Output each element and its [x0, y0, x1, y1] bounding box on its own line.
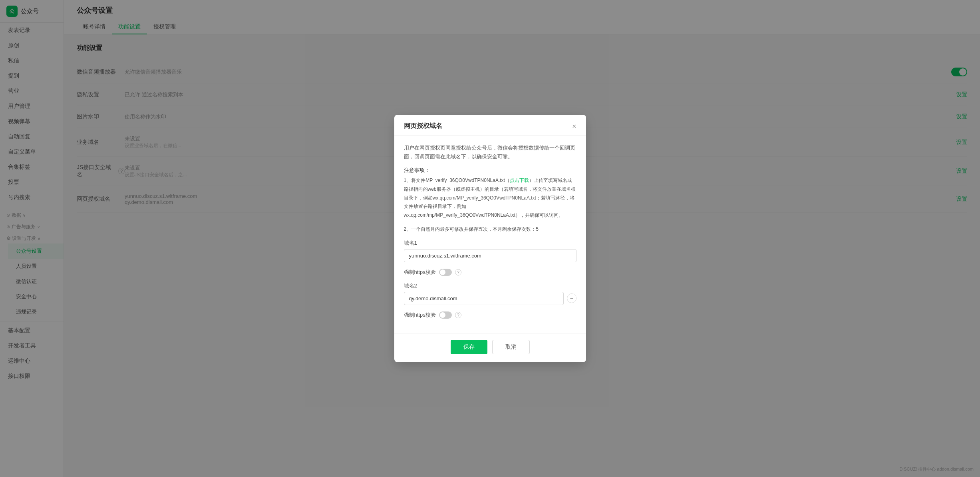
domain2-row: −	[404, 292, 576, 305]
https2-field: 强制https校验 ?	[404, 311, 576, 319]
https1-help-icon[interactable]: ?	[455, 269, 461, 275]
download-link[interactable]: 点击下载	[510, 178, 529, 183]
domain1-input[interactable]	[404, 249, 576, 262]
modal-overlay[interactable]: 网页授权域名 × 用户在网页授权页同意授权给公众号后，微信会将授权数据传给一个回…	[0, 0, 980, 477]
domain1-row	[404, 249, 576, 262]
domain2-label: 域名2	[404, 282, 576, 289]
modal-footer: 保存 取消	[394, 333, 586, 362]
domain2-input[interactable]	[404, 292, 564, 305]
cancel-button[interactable]: 取消	[492, 340, 530, 354]
modal-note-2: 2、一个自然月内最多可修改并保存五次，本月剩余保存次数：5	[404, 225, 576, 234]
https2-toggle[interactable]	[439, 311, 452, 319]
domain2-remove-button[interactable]: −	[567, 293, 576, 303]
https2-help-icon[interactable]: ?	[455, 312, 461, 318]
modal-desc: 用户在网页授权页同意授权给公众号后，微信会将授权数据传给一个回调页面，回调页面需…	[404, 144, 576, 161]
domain1-label: 域名1	[404, 239, 576, 247]
https2-row: 强制https校验 ?	[404, 311, 576, 319]
https1-field: 强制https校验 ?	[404, 269, 576, 276]
modal-header: 网页授权域名 ×	[394, 115, 586, 136]
modal-close-button[interactable]: ×	[572, 123, 576, 130]
domain2-field: 域名2 −	[404, 282, 576, 305]
modal: 网页授权域名 × 用户在网页授权页同意授权给公众号后，微信会将授权数据传给一个回…	[394, 115, 586, 362]
https2-label: 强制https校验	[404, 311, 436, 319]
save-button[interactable]: 保存	[451, 340, 487, 354]
https1-row: 强制https校验 ?	[404, 269, 576, 276]
modal-note-1: 1、将文件MP_verify_36QO0VwdTPN0NLaA.txt（点击下载…	[404, 176, 576, 220]
domain1-field: 域名1	[404, 239, 576, 262]
modal-body: 用户在网页授权页同意授权给公众号后，微信会将授权数据传给一个回调页面，回调页面需…	[394, 136, 586, 333]
https1-toggle[interactable]	[439, 269, 452, 276]
https1-label: 强制https校验	[404, 269, 436, 276]
modal-note-title: 注意事项：	[404, 167, 576, 174]
modal-title: 网页授权域名	[404, 122, 442, 130]
